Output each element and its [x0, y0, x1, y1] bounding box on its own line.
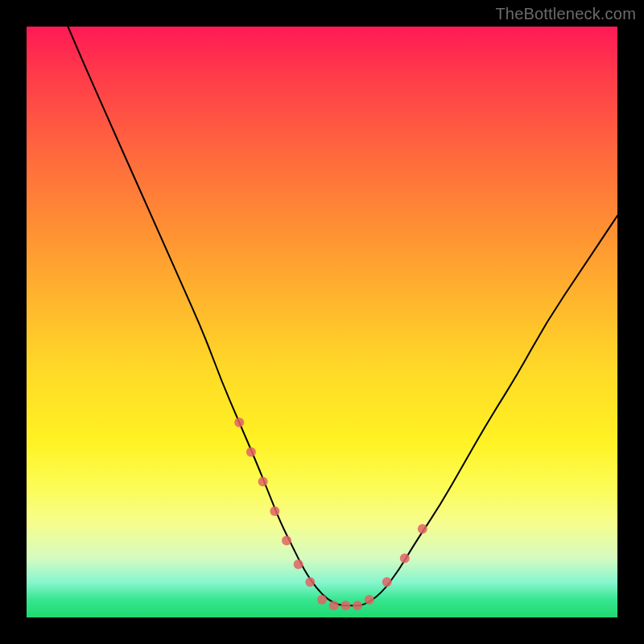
highlight-dot: [365, 595, 374, 605]
watermark-text: TheBottleneck.com: [495, 5, 636, 23]
chart-svg: [27, 27, 617, 617]
highlight-dot: [418, 524, 427, 534]
highlight-dot: [317, 595, 327, 605]
highlight-dot: [305, 577, 315, 587]
highlight-dot: [400, 554, 410, 564]
highlight-dot: [234, 418, 244, 427]
highlight-dot: [258, 477, 268, 486]
highlight-dots: [234, 418, 427, 611]
highlight-dot: [353, 601, 362, 610]
highlight-dot: [282, 536, 291, 546]
bottleneck-curve-line: [68, 27, 617, 605]
highlight-dot: [294, 559, 303, 569]
highlight-dot: [246, 448, 256, 457]
highlight-dot: [341, 601, 350, 610]
highlight-dot: [329, 601, 339, 610]
outer-frame: TheBottleneck.com: [0, 0, 644, 644]
highlight-dot: [382, 577, 392, 587]
curve-path: [68, 27, 617, 605]
plot-area: [27, 27, 617, 617]
highlight-dot: [270, 506, 279, 516]
